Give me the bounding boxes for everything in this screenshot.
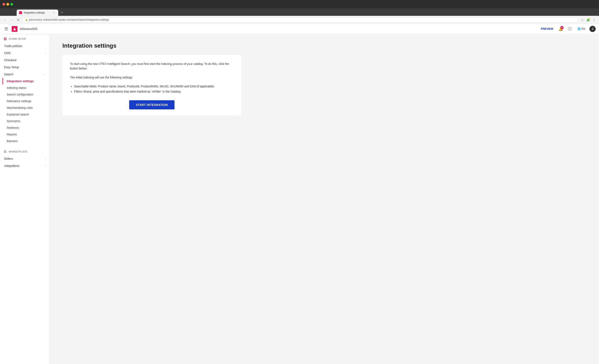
integrations-label: Integrations <box>4 164 19 168</box>
sub-item-synonyms[interactable]: Synonyms <box>2 118 49 124</box>
sub-item-explained-search[interactable]: Explained search <box>2 111 49 118</box>
close-traffic-light[interactable] <box>2 3 5 6</box>
sidebar-item-search[interactable]: Search ⌄ <box>1 71 49 78</box>
card-settings-intro: The initial indexing will use the follow… <box>70 75 234 80</box>
svg-rect-0 <box>4 38 5 39</box>
forward-button[interactable]: → <box>9 17 14 22</box>
trade-policies-label: Trade policies <box>4 44 22 48</box>
marketplace-section-header: MARKETPLACE <box>0 147 50 155</box>
reload-button[interactable]: ↻ <box>16 17 21 22</box>
tab-close-button[interactable]: × <box>53 11 56 14</box>
sidebar-item-integrations[interactable]: Integrations › <box>1 162 49 169</box>
integration-card: To start using the new VTEX Intelligent … <box>62 55 241 116</box>
app: ☰ b2bstore005 PREVIEW 🔔 10 ⓘ 🌐 EN J <box>0 24 599 364</box>
sub-item-reports[interactable]: Reports <box>2 131 49 138</box>
easy-setup-label: Easy Setup <box>4 65 19 69</box>
address-text: juliomoreira--b2bstore005.myvtex.com/adm… <box>29 18 109 21</box>
card-settings-list: Searchable fields: Product name, brand, … <box>74 84 234 94</box>
sidebar-item-cms[interactable]: CMS › <box>1 50 49 57</box>
tab-bar: Integration settings × + <box>0 8 599 16</box>
search-chevron: ⌄ <box>44 73 45 76</box>
sidebar-item-sellers[interactable]: Sellers › <box>1 155 49 162</box>
sub-item-relevance-settings[interactable]: Relevance settings <box>2 98 49 104</box>
integrations-chevron: › <box>45 165 45 167</box>
svg-rect-1 <box>5 38 7 39</box>
bookmark-button[interactable]: ☆ <box>580 17 585 22</box>
tab-label: Integration settings <box>24 11 51 14</box>
store-name: b2bstore005 <box>20 27 37 31</box>
sub-item-integration-settings[interactable]: Integration settings <box>2 78 49 84</box>
card-bullet-2: Filters: Brand, price and specifications… <box>74 89 234 94</box>
main-area: STORE SETUP Trade policies CMS › Checkou… <box>0 34 599 364</box>
help-icon: ⓘ <box>568 27 572 31</box>
minimize-traffic-light[interactable] <box>7 3 9 6</box>
maximize-traffic-light[interactable] <box>10 3 13 6</box>
cms-label: CMS <box>4 51 11 55</box>
store-setup-icon <box>3 37 7 41</box>
search-sub-items: Integration settings Indexing status Sea… <box>0 78 50 144</box>
marketplace-label: MARKETPLACE <box>9 150 27 153</box>
svg-rect-2 <box>4 39 5 40</box>
help-button[interactable]: ⓘ <box>567 26 573 32</box>
traffic-lights <box>2 3 13 6</box>
browser-chrome <box>0 0 599 8</box>
store-setup-label: STORE SETUP <box>9 38 26 40</box>
hamburger-menu[interactable]: ☰ <box>3 26 9 32</box>
checkout-label: Checkout <box>4 58 17 62</box>
sellers-label: Sellers <box>4 157 13 160</box>
sub-item-redirects[interactable]: Redirects <box>2 124 49 131</box>
back-button[interactable]: ← <box>2 17 8 22</box>
cms-chevron: › <box>45 52 45 54</box>
address-input[interactable]: 🔒 juliomoreira--b2bstore005.myvtex.com/a… <box>22 17 578 22</box>
sidebar-item-checkout[interactable]: Checkout <box>1 57 49 64</box>
sub-item-search-configuration[interactable]: Search configuration <box>2 91 49 98</box>
notifications-button[interactable]: 🔔 10 <box>557 26 564 32</box>
card-bullet-1: Searchable fields: Product name, brand, … <box>74 84 234 89</box>
address-bar: ← → ↻ 🔒 juliomoreira--b2bstore005.myvtex… <box>0 16 599 24</box>
sub-item-integration-settings-wrapper: Integration settings <box>2 78 50 84</box>
address-actions: ☆ 🧩 ⋮ <box>580 17 597 22</box>
new-tab-button[interactable]: + <box>59 9 65 15</box>
extensions-button[interactable]: 🧩 <box>586 17 591 22</box>
store-setup-section-header: STORE SETUP <box>0 34 50 43</box>
lock-icon: 🔒 <box>25 18 28 21</box>
card-intro-text: To start using the new VTEX Intelligent … <box>70 62 234 71</box>
language-selector[interactable]: 🌐 EN <box>576 27 587 31</box>
sidebar-item-trade-policies[interactable]: Trade policies <box>1 43 49 50</box>
search-label: Search <box>4 73 13 76</box>
main-content: Integration settings To start using the … <box>50 34 599 364</box>
notification-badge: 10 <box>560 26 564 29</box>
sidebar: STORE SETUP Trade policies CMS › Checkou… <box>0 34 50 364</box>
page-title: Integration settings <box>62 43 587 49</box>
active-tab[interactable]: Integration settings × <box>17 9 58 16</box>
language-label: EN <box>581 27 585 30</box>
marketplace-icon <box>3 150 7 153</box>
globe-icon: 🌐 <box>577 27 581 30</box>
svg-rect-3 <box>5 39 7 40</box>
sub-item-merchandising-rules[interactable]: Merchandising rules <box>2 104 49 111</box>
preview-button[interactable]: PREVIEW <box>539 27 555 31</box>
sellers-chevron: › <box>45 158 45 160</box>
sidebar-item-easy-setup[interactable]: Easy Setup <box>1 64 49 71</box>
tab-favicon <box>19 11 22 14</box>
sub-item-banners[interactable]: Banners <box>2 138 49 144</box>
vtex-logo <box>12 26 18 32</box>
sub-item-indexing-status[interactable]: Indexing status <box>2 84 49 91</box>
menu-button[interactable]: ⋮ <box>591 17 597 22</box>
user-avatar[interactable]: J <box>590 26 596 32</box>
start-integration-button[interactable]: START INTEGRATION <box>129 100 174 109</box>
top-nav: ☰ b2bstore005 PREVIEW 🔔 10 ⓘ 🌐 EN J <box>0 24 599 34</box>
